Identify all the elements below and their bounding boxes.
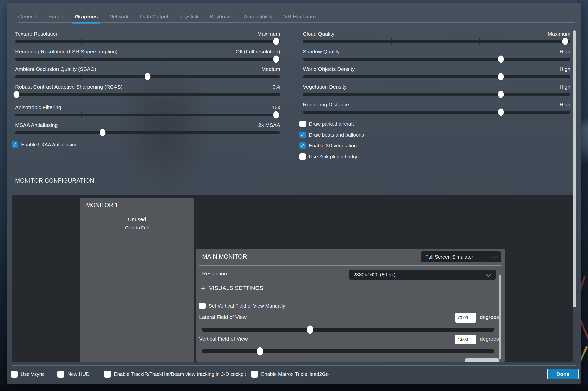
slider-track[interactable] xyxy=(202,350,494,354)
slider[interactable] xyxy=(15,74,280,80)
slider-track[interactable] xyxy=(15,58,280,61)
slider-thumb[interactable] xyxy=(498,56,504,63)
slider-robust-contrast-adaptive-sharpening-rcas: Robust Contrast Adaptive Sharpening (RCA… xyxy=(15,84,280,100)
tab-vr-hardware[interactable]: VR Hardware xyxy=(284,14,316,20)
slider-thumb[interactable] xyxy=(562,38,568,45)
slider-vegetation-density: Vegetation Density High xyxy=(303,84,570,100)
checkbox-enable-trackir-trackhat-beam-view-tracking-in-3-d-cockpit[interactable]: Enable TrackIR/TrackHat/Beam view tracki… xyxy=(104,371,246,378)
main-monitor-panel: MAIN MONITOR Full Screen Simulator Resol… xyxy=(196,249,505,362)
slider[interactable] xyxy=(15,56,280,63)
settings-scrollbar[interactable] xyxy=(573,30,576,308)
tab-graphics[interactable]: Graphics xyxy=(74,14,98,20)
slider-cloud-quality: Cloud Quality Maximum xyxy=(303,31,570,47)
visuals-settings-header[interactable]: + VISUALS SETTINGS xyxy=(201,285,263,292)
slider-label: Anisotropic Filtering xyxy=(15,104,61,110)
slider[interactable] xyxy=(15,112,280,118)
checkbox-box[interactable] xyxy=(299,142,306,149)
resolution-select[interactable]: 2880×1620 (60 hz) xyxy=(349,270,496,280)
slider[interactable] xyxy=(303,38,570,45)
slider-track[interactable] xyxy=(303,58,570,61)
vertical-fov-label: Vertical Field of View xyxy=(199,336,248,342)
checkbox-label: Enable TrackIR/TrackHat/Beam view tracki… xyxy=(114,372,246,377)
checkbox-box[interactable] xyxy=(11,371,18,378)
slider-label: Vegetation Density xyxy=(303,84,347,90)
slider-thumb[interactable] xyxy=(498,91,504,98)
checkbox-draw-parked-aircraft[interactable]: Draw parked aircraft xyxy=(299,121,354,127)
tab-general[interactable]: General xyxy=(18,14,37,20)
slider-thumb[interactable] xyxy=(273,38,279,45)
checkbox-use-zink-plugin-bridge[interactable]: Use Zink plugin bridge xyxy=(299,154,359,160)
done-button[interactable]: Done xyxy=(547,369,579,380)
slider-value: Maximum xyxy=(257,31,280,37)
slider-thumb[interactable] xyxy=(100,129,105,136)
slider-value: High xyxy=(560,102,570,108)
slider[interactable] xyxy=(15,92,280,98)
slider-label: Cloud Quality xyxy=(303,31,334,37)
monitor-mode-select[interactable]: Full Screen Simulator xyxy=(421,252,501,262)
monitor-configuration-panel: MONITOR 1 Unused Click to Edit MAIN MONI… xyxy=(12,195,573,362)
checkbox-enable-matrox-triplehead2go[interactable]: Enable Matrox TripleHead2Go xyxy=(251,371,329,378)
slider-thumb[interactable] xyxy=(257,348,263,356)
vertical-fov-input[interactable] xyxy=(455,335,476,344)
slider[interactable] xyxy=(15,38,280,45)
checkbox-box[interactable] xyxy=(57,371,64,378)
slider-track[interactable] xyxy=(303,93,570,96)
main-monitor-scrollbar[interactable] xyxy=(499,275,501,359)
slider-track[interactable] xyxy=(303,40,570,43)
slider-thumb[interactable] xyxy=(145,73,151,80)
slider-track[interactable] xyxy=(303,111,570,114)
checkbox-box[interactable] xyxy=(299,154,306,160)
checkbox-set-vertical-fov-manually[interactable]: Set Vertical Field of View Manually xyxy=(199,303,285,309)
checkbox-label: New HUD xyxy=(67,372,90,377)
checkbox-box[interactable] xyxy=(251,371,258,378)
tab-data-output[interactable]: Data Output xyxy=(140,14,169,20)
checkbox-enable-3d-vegetation[interactable]: Enable 3D vegetation xyxy=(299,142,357,149)
slider[interactable] xyxy=(303,74,570,80)
checkbox-box[interactable] xyxy=(299,132,306,138)
slider-thumb[interactable] xyxy=(307,326,313,334)
slider-thumb[interactable] xyxy=(14,91,19,98)
checkbox-box[interactable] xyxy=(12,142,18,148)
tab-keyboard[interactable]: Keyboard xyxy=(209,14,233,20)
partially-visible-button[interactable] xyxy=(465,358,499,362)
slider-thumb[interactable] xyxy=(273,112,279,119)
slider[interactable] xyxy=(303,109,570,116)
monitor-1-card[interactable]: MONITOR 1 Unused Click to Edit xyxy=(80,198,194,362)
tab-joystick[interactable]: Joystick xyxy=(179,14,199,20)
vertical-fov-slider[interactable] xyxy=(202,347,494,356)
checkbox-new-hud[interactable]: New HUD xyxy=(57,371,90,378)
slider-track[interactable] xyxy=(202,328,494,332)
slider[interactable] xyxy=(15,130,280,136)
checkbox-label: Draw parked aircraft xyxy=(309,121,354,127)
slider-value: High xyxy=(560,66,570,72)
lateral-fov-slider[interactable] xyxy=(202,326,494,334)
checkbox-box[interactable] xyxy=(299,121,306,127)
slider[interactable] xyxy=(303,56,570,63)
lateral-fov-input[interactable] xyxy=(455,313,476,323)
checkbox-use-vsync[interactable]: Use Vsync xyxy=(11,371,45,378)
slider-rendering-resolution-fsr-supersampling: Rendering Resolution (FSR Supersampling)… xyxy=(15,49,280,65)
slider-track[interactable] xyxy=(15,93,280,96)
lateral-fov-label: Lateral Field of View xyxy=(199,314,247,320)
slider-track[interactable] xyxy=(15,132,280,134)
slider-thumb[interactable] xyxy=(498,73,504,80)
slider-track[interactable] xyxy=(15,114,280,116)
slider-value: Medium xyxy=(261,66,280,72)
tab-sound[interactable]: Sound xyxy=(48,14,64,20)
checkbox-enable-fxaa-antialiasing[interactable]: Enable FXAA Antialiasing xyxy=(12,142,78,148)
resolution-value: 2880×1620 (60 hz) xyxy=(349,272,487,278)
slider[interactable] xyxy=(303,92,570,98)
slider-value: 16x xyxy=(272,104,280,110)
tab-accessibility[interactable]: Accessibility xyxy=(243,14,273,20)
slider-ambient-occlusion-quality-ssao: Ambient Occlusion Quality (SSAO) Medium xyxy=(15,66,280,82)
slider-shadow-quality: Shadow Quality High xyxy=(303,49,570,65)
tab-network[interactable]: Network xyxy=(109,14,129,20)
slider-label: Texture Resolution xyxy=(15,31,59,37)
checkbox-draw-boats-and-balloons[interactable]: Draw boats and balloons xyxy=(299,132,364,138)
slider-thumb[interactable] xyxy=(273,56,279,63)
checkbox-box[interactable] xyxy=(104,371,111,378)
slider-thumb[interactable] xyxy=(498,109,504,116)
slider-track[interactable] xyxy=(15,40,280,43)
slider-track[interactable] xyxy=(303,76,570,78)
checkbox-box[interactable] xyxy=(199,303,206,309)
